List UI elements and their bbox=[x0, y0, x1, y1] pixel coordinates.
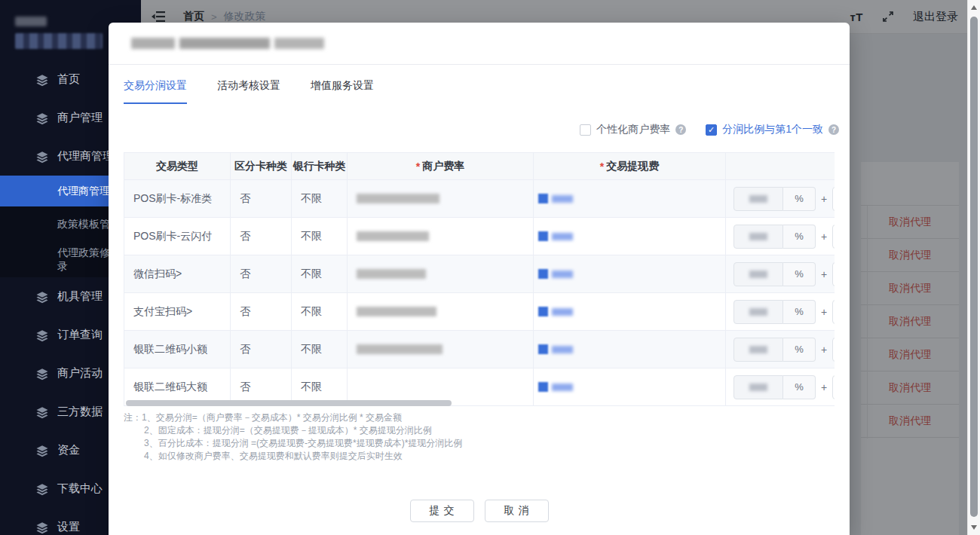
plus-sign: + bbox=[821, 381, 827, 393]
cell-text: 不限 bbox=[301, 268, 322, 281]
redacted-input-value bbox=[749, 195, 767, 203]
option-label: 分润比例与第1个一致 bbox=[722, 123, 823, 136]
table-row: 微信扫码> 否 不限 % + bbox=[124, 255, 835, 293]
sidebar-item-label: 商户管理 bbox=[57, 111, 103, 125]
sidebar-item-label: 商户活动 bbox=[57, 366, 103, 381]
cell-share-ratio: % + bbox=[726, 255, 835, 293]
option-personalized-merchant-rate[interactable]: 个性化商户费率 ? bbox=[580, 123, 686, 136]
sidebar-item-label: 机具管理 bbox=[57, 289, 103, 304]
layers-icon bbox=[35, 112, 49, 125]
scroll-up-arrow-icon[interactable] bbox=[971, 5, 977, 10]
redacted-withdraw-text bbox=[552, 195, 573, 203]
ratio-percent-input[interactable] bbox=[733, 375, 783, 399]
cell-text: 不限 bbox=[301, 230, 322, 243]
cell-text: 否 bbox=[240, 343, 250, 356]
cell-card-distinct: 否 bbox=[231, 255, 292, 293]
percent-suffix: % bbox=[783, 375, 816, 399]
cell-text: 否 bbox=[240, 305, 250, 319]
plus-sign: + bbox=[821, 306, 827, 318]
col-withdraw-fee: *交易提现费 bbox=[534, 153, 726, 180]
rate-table: 交易类型 区分卡种类 银行卡种类 *商户费率 *交易提现费 POS刷卡-标准类 … bbox=[124, 152, 835, 406]
table-row: POS刷卡-标准类 否 不限 % + bbox=[124, 180, 835, 218]
sidebar-item-label: 下载中心 bbox=[57, 482, 103, 496]
fixed-amount-input[interactable] bbox=[832, 225, 835, 249]
sidebar-item-label: 设置 bbox=[57, 520, 80, 534]
redacted-input-value bbox=[749, 233, 767, 240]
dialog-actions: 提交 取消 bbox=[109, 500, 850, 522]
ratio-percent-input[interactable] bbox=[733, 262, 783, 286]
tab-transaction-share[interactable]: 交易分润设置 bbox=[124, 79, 187, 104]
cell-bank-card-type: 不限 bbox=[292, 180, 348, 218]
plus-sign: + bbox=[821, 193, 827, 205]
fixed-amount-input[interactable] bbox=[832, 338, 835, 362]
redacted-withdraw-text bbox=[552, 233, 573, 240]
tab-activity-assessment[interactable]: 活动考核设置 bbox=[217, 79, 280, 104]
cell-merchant-rate bbox=[348, 331, 534, 368]
redacted-withdraw-text bbox=[552, 384, 573, 391]
dialog-tabs: 交易分润设置 活动考核设置 增值服务设置 bbox=[124, 79, 374, 104]
cancel-button[interactable]: 取消 bbox=[485, 500, 549, 522]
note-line: 1、交易分润=（商户费率－交易成本）* 交易分润比例 * 交易金额 bbox=[142, 411, 402, 424]
cell-transaction-type: 银联二维码小额 bbox=[124, 331, 231, 368]
fixed-amount-input[interactable] bbox=[832, 262, 835, 286]
layers-icon bbox=[35, 329, 49, 342]
footnotes: 注： 1、交易分润=（商户费率－交易成本）* 交易分润比例 * 交易金额 2、固… bbox=[124, 411, 462, 463]
percent-suffix: % bbox=[783, 300, 816, 324]
scrollbar-thumb[interactable] bbox=[970, 17, 978, 517]
redacted-withdraw-text bbox=[552, 308, 573, 316]
cell-text: 不限 bbox=[301, 192, 322, 206]
layers-icon bbox=[35, 444, 49, 457]
plus-sign: + bbox=[821, 268, 827, 280]
help-icon[interactable]: ? bbox=[675, 124, 686, 135]
fixed-amount-input[interactable] bbox=[832, 375, 835, 399]
page-scrollbar[interactable] bbox=[967, 0, 980, 535]
option-share-ratio-same-as-first[interactable]: ✓ 分润比例与第1个一致 ? bbox=[706, 123, 839, 136]
redacted-withdraw-text bbox=[552, 271, 573, 278]
ratio-percent-input[interactable] bbox=[733, 300, 783, 324]
cell-transaction-type: 支付宝扫码> bbox=[124, 293, 231, 331]
ratio-percent-input[interactable] bbox=[733, 225, 783, 249]
col-bank-card-type: 银行卡种类 bbox=[292, 153, 348, 180]
cell-text: 银联二维码小额 bbox=[133, 343, 207, 356]
sidebar-item-label: 首页 bbox=[57, 72, 80, 87]
dialog-title-redacted bbox=[131, 38, 324, 49]
col-card-distinct: 区分卡种类 bbox=[231, 153, 292, 180]
required-mark: * bbox=[416, 160, 420, 173]
tab-value-added-service[interactable]: 增值服务设置 bbox=[311, 79, 374, 104]
redacted-withdraw-value bbox=[538, 307, 548, 316]
layers-icon bbox=[35, 290, 49, 304]
cell-share-ratio: % + bbox=[726, 331, 835, 368]
col-transaction-type: 交易类型 bbox=[124, 153, 231, 180]
ratio-percent-input[interactable] bbox=[733, 338, 783, 362]
ratio-percent-input[interactable] bbox=[733, 187, 783, 211]
scroll-down-arrow-icon[interactable] bbox=[971, 525, 977, 530]
cell-bank-card-type: 不限 bbox=[292, 293, 348, 331]
fixed-amount-input[interactable] bbox=[832, 300, 835, 324]
layers-icon bbox=[35, 150, 49, 164]
table-row: 银联二维码小额 否 不限 % + bbox=[124, 331, 835, 368]
cell-withdraw-fee bbox=[534, 331, 726, 368]
redacted-input-value bbox=[749, 346, 767, 353]
checkbox-unchecked[interactable] bbox=[580, 124, 591, 136]
percent-suffix: % bbox=[783, 338, 816, 362]
fixed-amount-input[interactable] bbox=[832, 187, 835, 211]
layers-icon bbox=[35, 521, 49, 534]
note-line: 3、百分比成本：提现分润 =(交易提现费-交易提现费*提现费成本)*提现分润比例 bbox=[124, 437, 462, 450]
cell-card-distinct: 否 bbox=[231, 331, 292, 368]
rate-table-header: 交易类型 区分卡种类 银行卡种类 *商户费率 *交易提现费 bbox=[124, 153, 835, 180]
cell-merchant-rate bbox=[348, 218, 534, 255]
cell-withdraw-fee bbox=[534, 293, 726, 331]
horizontal-scrollbar-thumb[interactable] bbox=[126, 400, 452, 406]
cell-text: 否 bbox=[240, 230, 250, 243]
cell-withdraw-fee bbox=[534, 368, 726, 406]
layers-icon bbox=[35, 405, 49, 419]
col-label: 交易提现费 bbox=[606, 160, 659, 173]
cell-text: 否 bbox=[240, 192, 250, 206]
submit-button[interactable]: 提交 bbox=[410, 500, 474, 522]
checkbox-checked[interactable]: ✓ bbox=[706, 124, 717, 136]
help-icon[interactable]: ? bbox=[828, 124, 839, 135]
cell-card-distinct: 否 bbox=[231, 180, 292, 218]
cell-text: 微信扫码> bbox=[133, 268, 182, 281]
redacted-block bbox=[131, 38, 175, 49]
cell-text: 银联二维码大额 bbox=[133, 381, 207, 394]
